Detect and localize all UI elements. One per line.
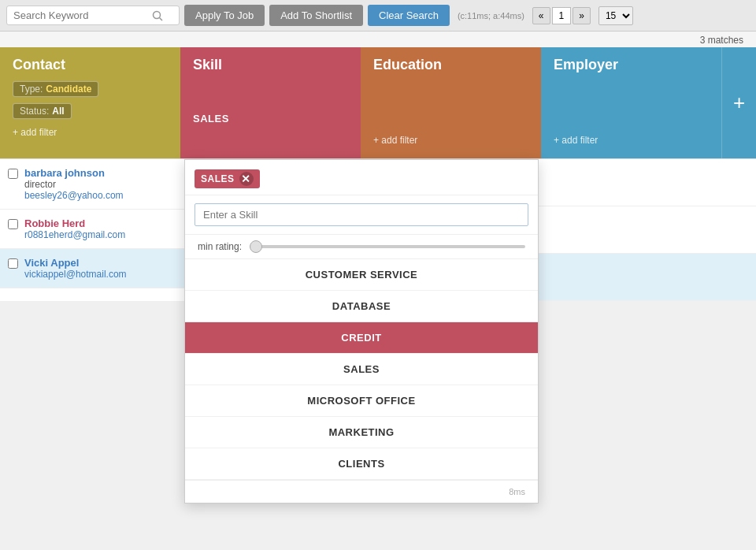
table-row: Vicki Appel vickiappel@hotmail.com xyxy=(0,249,192,288)
result-list: barbara johnson director beesley26@yahoo… xyxy=(0,159,193,301)
skill-rating-row: min rating: xyxy=(185,235,538,259)
search-box xyxy=(6,6,180,25)
svg-point-0 xyxy=(154,11,161,18)
filter-col-employer: Employer + add filter xyxy=(541,47,721,158)
skill-list: CUSTOMER SERVICEDATABASECREDITSALESMICRO… xyxy=(185,259,538,480)
table-row: Robbie Herd r0881eherd@gmail.com xyxy=(0,210,192,249)
contact-add-filter[interactable]: + add filter xyxy=(13,127,168,138)
filter-col-contact: Contact Type: Candidate Status: All + ad… xyxy=(0,47,180,158)
filter-col-education: Education + add filter xyxy=(361,47,541,158)
contact-type-label: Type: xyxy=(20,84,43,95)
result-email-1[interactable]: beesley26@yahoo.com xyxy=(24,190,124,201)
search-icon xyxy=(152,10,163,21)
row-checkbox-3[interactable] xyxy=(8,258,18,269)
page-number: 1 xyxy=(552,7,572,24)
skill-list-item[interactable]: CREDIT xyxy=(185,322,538,354)
apply-to-job-button[interactable]: Apply To Job xyxy=(184,5,265,26)
search-input[interactable] xyxy=(13,9,147,21)
skill-title: Skill xyxy=(193,57,348,73)
skill-dropdown-footer: 8ms xyxy=(185,480,538,503)
contact-status-label: Status: xyxy=(20,106,49,117)
contact-type-tag[interactable]: Type: Candidate xyxy=(13,81,98,97)
skill-list-item[interactable]: CUSTOMER SERVICE xyxy=(185,259,538,291)
svg-line-1 xyxy=(160,17,163,20)
contact-status-tag[interactable]: Status: All xyxy=(13,103,72,119)
result-info-3: Vicki Appel vickiappel@hotmail.com xyxy=(24,257,127,280)
rating-slider[interactable] xyxy=(250,245,525,248)
contact-status-value: All xyxy=(52,106,64,117)
add-to-shortlist-button[interactable]: Add To Shortlist xyxy=(269,5,363,26)
matches-area: 3 matches xyxy=(0,32,756,47)
per-page-select[interactable]: 15 25 50 xyxy=(598,6,633,25)
result-info-2: Robbie Herd r0881eherd@gmail.com xyxy=(24,217,125,240)
skill-active-tag[interactable]: SALES ✕ xyxy=(195,169,260,188)
topbar: Apply To Job Add To Shortlist Clear Sear… xyxy=(0,0,756,32)
table-row: barbara johnson director beesley26@yahoo… xyxy=(0,159,192,210)
skill-input-row xyxy=(185,195,538,235)
filter-header: Contact Type: Candidate Status: All + ad… xyxy=(0,47,756,159)
skill-list-item[interactable]: CLIENTS xyxy=(185,448,538,480)
timing-label: (c:11ms; a:44ms) xyxy=(458,11,524,20)
skill-list-item[interactable]: MARKETING xyxy=(185,417,538,448)
skill-active-tag-display: SALES xyxy=(193,113,348,124)
result-name-1[interactable]: barbara johnson xyxy=(24,167,124,179)
skill-list-item[interactable]: MICROSOFT OFFICE xyxy=(185,385,538,417)
clear-search-button[interactable]: Clear Search xyxy=(368,5,450,26)
skill-search-input[interactable] xyxy=(195,203,528,226)
rating-thumb[interactable] xyxy=(250,240,262,253)
result-email-2[interactable]: r0881eherd@gmail.com xyxy=(24,229,125,240)
results-area: barbara johnson director beesley26@yahoo… xyxy=(0,159,756,301)
skill-remove-button[interactable]: ✕ xyxy=(239,172,254,186)
contact-type-value: Candidate xyxy=(46,84,91,95)
skill-dropdown: SALES ✕ min rating: CUSTOMER SERVICEDATA… xyxy=(184,159,539,504)
skill-list-item[interactable]: DATABASE xyxy=(185,291,538,322)
per-page-selector: 15 25 50 xyxy=(598,6,633,25)
add-filter-col-button[interactable]: + xyxy=(721,47,756,158)
employer-add-filter[interactable]: + add filter xyxy=(554,128,709,146)
row-checkbox-1[interactable] xyxy=(8,169,18,179)
pagination: « 1 » xyxy=(532,7,591,24)
prev-page-button[interactable]: « xyxy=(532,7,550,24)
row-checkbox-2[interactable] xyxy=(8,219,18,229)
next-page-button[interactable]: » xyxy=(573,7,591,24)
matches-label: 3 matches xyxy=(700,35,743,46)
employer-title: Employer xyxy=(554,57,709,73)
skill-footer-timing: 8ms xyxy=(509,487,525,496)
result-role-1: director xyxy=(24,179,124,190)
skill-rating-label: min rating: xyxy=(198,241,242,252)
plus-icon: + xyxy=(733,91,745,115)
education-title: Education xyxy=(373,57,528,73)
filter-col-skill: Skill SALES xyxy=(180,47,361,158)
skill-dropdown-header: SALES ✕ xyxy=(185,160,538,195)
result-name-2[interactable]: Robbie Herd xyxy=(24,217,125,229)
skill-list-item[interactable]: SALES xyxy=(185,354,538,385)
result-email-3[interactable]: vickiappel@hotmail.com xyxy=(24,269,127,280)
skill-active-tag-label: SALES xyxy=(201,173,235,184)
education-add-filter[interactable]: + add filter xyxy=(373,128,528,146)
result-name-3[interactable]: Vicki Appel xyxy=(24,257,127,269)
contact-title: Contact xyxy=(13,57,168,73)
result-info-1: barbara johnson director beesley26@yahoo… xyxy=(24,167,124,201)
